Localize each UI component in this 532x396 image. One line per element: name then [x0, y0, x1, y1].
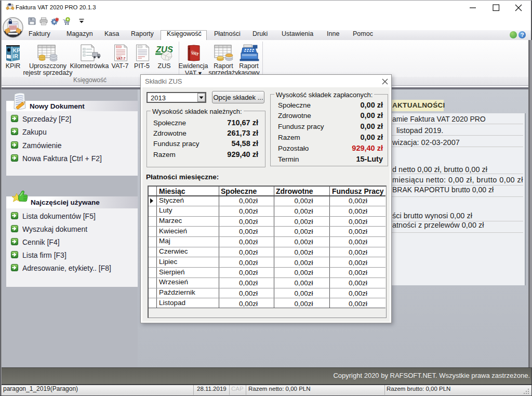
svg-text:iR: iR [13, 53, 19, 59]
svg-text:VAT-7: VAT-7 [116, 57, 126, 60]
